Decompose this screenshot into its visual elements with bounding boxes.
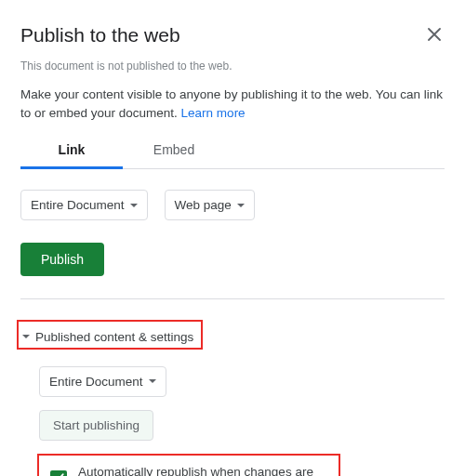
chevron-down-icon bbox=[130, 204, 138, 207]
check-icon bbox=[53, 470, 65, 476]
scope-select[interactable]: Entire Document bbox=[20, 190, 148, 220]
publish-status: This document is not published to the we… bbox=[20, 60, 445, 73]
published-content-section: Entire Document Start publishing Automat… bbox=[39, 366, 445, 476]
tab-bar: Link Embed bbox=[20, 142, 445, 169]
chevron-down-icon bbox=[237, 204, 245, 207]
format-select[interactable]: Web page bbox=[165, 190, 255, 220]
learn-more-link[interactable]: Learn more bbox=[181, 106, 246, 120]
close-button[interactable] bbox=[424, 26, 445, 46]
highlight-annotation: Published content & settings bbox=[17, 320, 203, 350]
dialog-title: Publish to the web bbox=[20, 24, 445, 46]
tab-link[interactable]: Link bbox=[20, 142, 123, 169]
highlight-annotation: Automatically republish when changes are… bbox=[37, 454, 340, 476]
options-row: Entire Document Web page bbox=[20, 190, 445, 220]
auto-republish-checkbox[interactable] bbox=[50, 470, 67, 476]
published-scope-label: Entire Document bbox=[49, 375, 143, 389]
close-icon bbox=[428, 28, 441, 45]
dialog-description: Make your content visible to anyone by p… bbox=[20, 86, 445, 122]
published-scope-select[interactable]: Entire Document bbox=[39, 366, 166, 397]
expander-label: Published content & settings bbox=[35, 330, 193, 344]
tab-embed[interactable]: Embed bbox=[123, 142, 225, 169]
chevron-down-icon bbox=[149, 379, 156, 383]
start-publishing-button[interactable]: Start publishing bbox=[39, 410, 153, 441]
auto-republish-label: Automatically republish when changes are… bbox=[78, 465, 327, 476]
publish-dialog: Publish to the web This document is not … bbox=[0, 0, 465, 476]
format-select-label: Web page bbox=[175, 198, 232, 212]
chevron-down-icon bbox=[22, 335, 30, 338]
publish-button[interactable]: Publish bbox=[20, 243, 104, 276]
published-content-expander[interactable]: Published content & settings bbox=[22, 330, 193, 344]
divider bbox=[20, 298, 445, 299]
scope-select-label: Entire Document bbox=[31, 198, 125, 212]
